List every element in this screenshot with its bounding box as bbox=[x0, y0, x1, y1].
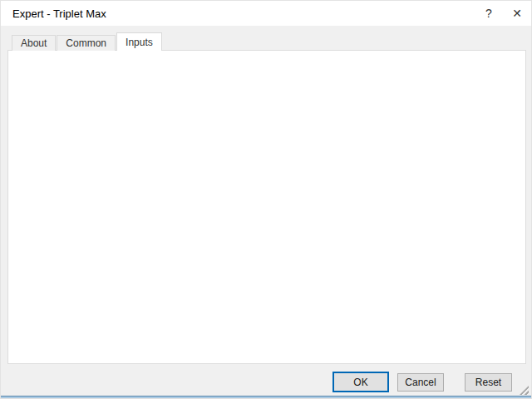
titlebar-controls: ? ✕ bbox=[475, 1, 531, 26]
ok-button[interactable]: OK bbox=[332, 372, 389, 392]
inputs-tab-panel bbox=[7, 50, 526, 364]
resize-grip-icon[interactable] bbox=[520, 386, 529, 395]
close-button[interactable]: ✕ bbox=[503, 1, 531, 26]
cancel-button-label: Cancel bbox=[405, 377, 436, 388]
tab-about-label: About bbox=[21, 37, 47, 49]
reset-button-label: Reset bbox=[475, 377, 501, 388]
window-accent-border bbox=[1, 396, 531, 398]
window-title: Expert - Triplet Max bbox=[12, 7, 106, 20]
ok-button-label: OK bbox=[353, 377, 367, 388]
help-button[interactable]: ? bbox=[475, 1, 503, 26]
cancel-button[interactable]: Cancel bbox=[397, 373, 444, 392]
close-icon: ✕ bbox=[512, 7, 522, 20]
tab-inputs[interactable]: Inputs bbox=[116, 32, 162, 51]
title-bar: Expert - Triplet Max ? ✕ bbox=[1, 1, 531, 26]
reset-button[interactable]: Reset bbox=[465, 373, 512, 392]
tab-common-label: Common bbox=[66, 37, 106, 49]
tab-strip: About Common Inputs bbox=[12, 32, 163, 51]
tab-inputs-label: Inputs bbox=[126, 37, 153, 48]
help-icon: ? bbox=[485, 7, 492, 20]
tab-about[interactable]: About bbox=[12, 35, 56, 51]
expert-properties-dialog: Expert - Triplet Max ? ✕ About Common In… bbox=[0, 0, 532, 399]
tab-common[interactable]: Common bbox=[57, 35, 116, 51]
